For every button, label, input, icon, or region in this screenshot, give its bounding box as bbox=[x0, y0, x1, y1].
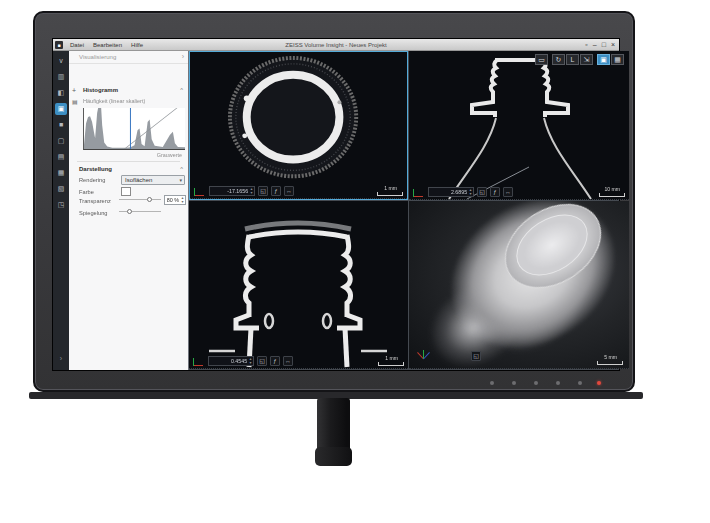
render-3d-icon[interactable]: ▣ bbox=[597, 54, 610, 65]
divider bbox=[77, 161, 180, 162]
chevron-down-icon: ▾ bbox=[179, 176, 182, 184]
menu-bar: Datei Bearbeiten Hilfe bbox=[70, 42, 143, 48]
pages-icon[interactable]: ▤ bbox=[72, 98, 78, 105]
frame-icon[interactable]: ▢ bbox=[55, 135, 67, 147]
monitor-bezel: ■ Datei Bearbeiten Hilfe ZEISS Volume In… bbox=[33, 11, 635, 392]
minimize-button[interactable]: – bbox=[593, 41, 597, 48]
axes-icon[interactable]: L bbox=[566, 54, 579, 65]
panel-nav[interactable]: Visualisierung › bbox=[69, 51, 188, 64]
viewport-bottom-bar: -17.1656 ▴▾ ◱ ƒ ↔ 1 mm bbox=[194, 185, 403, 196]
viewport-bottom-bar: 0.4545 ▴▾ ◱ ƒ ↔ 1 mm bbox=[193, 355, 404, 366]
menu-bearbeiten[interactable]: Bearbeiten bbox=[93, 42, 122, 48]
close-project-icon[interactable]: ◳ bbox=[55, 199, 67, 211]
export-icon[interactable]: ▧ bbox=[55, 183, 67, 195]
region-icon[interactable]: ■ bbox=[55, 119, 67, 131]
scale-bar: 5 mm bbox=[597, 354, 623, 365]
settings-panel: Visualisierung › + ▤ Histogramm ^ Häufig… bbox=[69, 51, 189, 370]
collapse-icon[interactable]: ∨ bbox=[55, 55, 67, 67]
collapse-section-icon[interactable]: ^ bbox=[180, 166, 183, 172]
color-swatch[interactable] bbox=[121, 187, 131, 196]
farbe-label: Farbe bbox=[79, 189, 94, 195]
rendering-select[interactable]: Isoflächen ▾ bbox=[121, 175, 185, 185]
rendering-label: Rendering bbox=[79, 177, 105, 183]
scale-bar: 10 mm bbox=[599, 186, 625, 197]
slider-handle[interactable] bbox=[147, 197, 152, 202]
contrast-icon[interactable]: ◧ bbox=[55, 87, 67, 99]
display-icon[interactable]: ▣ bbox=[55, 103, 67, 115]
histogram-chart[interactable] bbox=[83, 108, 185, 150]
axis-indicator bbox=[194, 186, 206, 196]
scale-bar: 1 mm bbox=[378, 355, 404, 366]
layout-icon[interactable]: ▫ bbox=[585, 41, 587, 48]
title-bar: ■ Datei Bearbeiten Hilfe ZEISS Volume In… bbox=[53, 39, 619, 51]
scale-bracket bbox=[377, 192, 403, 196]
main-area: ∨ ▥ ◧ ▣ ■ ▢ ▤ ▦ ▧ ◳ › bbox=[53, 51, 619, 370]
move-icon[interactable]: ↔ bbox=[284, 186, 294, 196]
crop-icon[interactable]: ◱ bbox=[471, 351, 481, 361]
viewport-bottom-left[interactable]: 0.4545 ▴▾ ◱ ƒ ↔ 1 mm bbox=[189, 201, 408, 369]
transparenz-slider[interactable] bbox=[119, 197, 161, 202]
spiegelung-label: Spiegelung bbox=[79, 210, 108, 216]
menu-datei[interactable]: Datei bbox=[70, 42, 84, 48]
scale-label: 10 mm bbox=[604, 186, 620, 191]
menu-hilfe[interactable]: Hilfe bbox=[131, 42, 143, 48]
transparenz-label: Transparenz bbox=[79, 198, 111, 204]
layout-grid-icon[interactable]: ▦ bbox=[611, 54, 624, 65]
viewport-bottom-right[interactable]: ◱ 5 mm bbox=[409, 201, 629, 369]
histogram-subtitle: Häufigkeit (linear skaliert) bbox=[83, 98, 145, 104]
monitor-screen: ■ Datei Bearbeiten Hilfe ZEISS Volume In… bbox=[52, 38, 620, 371]
spinner-arrows-icon[interactable]: ▴▾ bbox=[468, 188, 473, 196]
maximize-button[interactable]: □ bbox=[602, 41, 606, 48]
monitor-stand-joint bbox=[315, 447, 352, 466]
axis-indicator bbox=[413, 187, 425, 197]
crop-icon[interactable]: ◱ bbox=[258, 186, 268, 196]
crop-icon[interactable]: ◱ bbox=[257, 356, 267, 366]
histogram-title: Histogramm bbox=[83, 87, 118, 93]
curve-icon[interactable]: ƒ bbox=[490, 187, 500, 197]
transparenz-value: 80 % bbox=[167, 197, 181, 202]
bezel-button[interactable] bbox=[556, 381, 560, 385]
spiegelung-slider[interactable] bbox=[119, 209, 161, 214]
curve-icon[interactable]: ƒ bbox=[270, 356, 280, 366]
slice-position-value: 2.6895 bbox=[434, 189, 468, 194]
viewport-top-left[interactable]: -17.1656 ▴▾ ◱ ƒ ↔ 1 mm bbox=[189, 51, 408, 200]
slice-position-spinbox[interactable]: 0.4545 ▴▾ bbox=[208, 356, 254, 366]
curve-icon[interactable]: ƒ bbox=[271, 186, 281, 196]
scale-bracket bbox=[599, 193, 625, 197]
move-icon[interactable]: ↔ bbox=[283, 356, 293, 366]
slice-position-spinbox[interactable]: 2.6895 ▴▾ bbox=[428, 187, 474, 197]
crop-icon[interactable]: ◱ bbox=[477, 187, 487, 197]
viewport-grid: -17.1656 ▴▾ ◱ ƒ ↔ 1 mm bbox=[189, 51, 619, 370]
collapse-section-icon[interactable]: ^ bbox=[180, 87, 183, 93]
spinner-arrows-icon[interactable]: ▴▾ bbox=[249, 187, 254, 195]
left-icon-rail: ∨ ▥ ◧ ▣ ■ ▢ ▤ ▦ ▧ ◳ › bbox=[53, 51, 69, 370]
bezel-button[interactable] bbox=[578, 381, 582, 385]
spinner-arrows-icon[interactable]: ▴▾ bbox=[180, 196, 185, 204]
bezel-button[interactable] bbox=[534, 381, 538, 385]
bezel-button[interactable] bbox=[512, 381, 516, 385]
slice-position-value: 0.4545 bbox=[214, 358, 248, 363]
page: ■ Datei Bearbeiten Hilfe ZEISS Volume In… bbox=[0, 0, 710, 523]
app-window: ■ Datei Bearbeiten Hilfe ZEISS Volume In… bbox=[53, 39, 619, 370]
import-icon[interactable]: ▥ bbox=[55, 71, 67, 83]
expand-rail-icon[interactable]: › bbox=[55, 353, 67, 365]
slider-track bbox=[119, 211, 161, 212]
scale-label: 1 mm bbox=[385, 355, 398, 360]
transparenz-spinbox[interactable]: 80 % ▴▾ bbox=[164, 195, 186, 205]
scale-label: 1 mm bbox=[384, 185, 397, 190]
close-button[interactable]: × bbox=[611, 41, 615, 48]
rotate-icon[interactable]: ↻ bbox=[552, 54, 565, 65]
move-icon[interactable]: ↔ bbox=[503, 187, 513, 197]
media-icon[interactable]: ▦ bbox=[55, 167, 67, 179]
scale-label: 5 mm bbox=[604, 354, 617, 359]
add-icon[interactable]: + bbox=[72, 87, 76, 94]
slider-handle[interactable] bbox=[127, 209, 132, 214]
darstellung-title: Darstellung bbox=[79, 166, 112, 172]
bezel-button[interactable] bbox=[490, 381, 494, 385]
report-icon[interactable]: ▤ bbox=[55, 151, 67, 163]
slice-position-spinbox[interactable]: -17.1656 ▴▾ bbox=[209, 186, 255, 196]
fit-view-icon[interactable]: ⇲ bbox=[580, 54, 593, 65]
reset-view-icon[interactable]: ▭ bbox=[535, 54, 548, 65]
spinner-arrows-icon[interactable]: ▴▾ bbox=[248, 357, 253, 365]
viewport-top-right[interactable]: ▭ ↻ L ⇲ ▣ ▦ bbox=[409, 51, 629, 200]
